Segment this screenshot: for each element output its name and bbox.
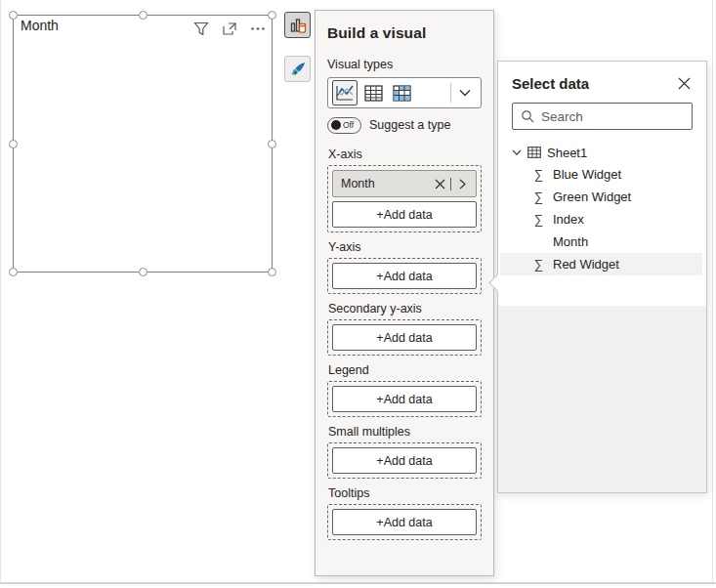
suggest-a-type-row: Off Suggest a type <box>327 116 482 134</box>
field-item-red-widget[interactable]: ∑ Red Widget <box>500 253 702 275</box>
visual-types-expand-chevron-icon[interactable] <box>453 80 477 105</box>
sigma-icon: ∑ <box>531 167 546 182</box>
visual-types-divider <box>450 83 451 103</box>
well-small-multiples: Small multiples +Add data <box>327 425 482 479</box>
resize-handle-bottom-right[interactable] <box>268 268 276 276</box>
field-pill-month[interactable]: Month <box>332 170 477 197</box>
field-name: Green Widget <box>553 189 631 204</box>
x-axis-drop-zone[interactable]: Month +Add data <box>327 165 482 232</box>
search-box[interactable] <box>512 103 693 130</box>
well-label: Small multiples <box>328 425 482 439</box>
tree-node-sheet1[interactable]: Sheet1 <box>512 142 693 163</box>
build-visual-pane-button[interactable] <box>284 12 311 38</box>
suggest-type-label: Suggest a type <box>369 118 450 132</box>
field-name: Blue Widget <box>553 167 621 182</box>
well-tooltips: Tooltips +Add data <box>327 486 482 540</box>
well-x-axis: X-axis Month +Add data <box>327 147 482 232</box>
legend-drop-zone[interactable]: +Add data <box>327 381 482 417</box>
more-options-icon[interactable] <box>250 21 266 36</box>
focus-mode-icon[interactable] <box>222 21 237 36</box>
toggle-state-label: Off <box>343 120 354 130</box>
powerbi-edit-view: Month <box>0 0 716 588</box>
field-item-green-widget[interactable]: ∑ Green Widget <box>500 186 702 208</box>
small-multiples-drop-zone[interactable]: +Add data <box>327 442 482 479</box>
well-secondary-y-axis: Secondary y-axis +Add data <box>327 302 482 356</box>
well-label: Legend <box>328 363 482 377</box>
build-pane-title: Build a visual <box>327 24 482 42</box>
visual-type-line-chart[interactable] <box>332 80 358 105</box>
y-axis-drop-zone[interactable]: +Add data <box>327 258 482 294</box>
secondary-y-axis-drop-zone[interactable]: +Add data <box>327 319 482 356</box>
sigma-icon: ∑ <box>531 189 546 204</box>
well-y-axis: Y-axis +Add data <box>327 240 482 294</box>
format-brush-icon <box>289 61 307 78</box>
filter-icon[interactable] <box>193 21 209 36</box>
resize-handle-bottom-center[interactable] <box>139 268 147 276</box>
resize-handle-middle-left[interactable] <box>9 140 18 148</box>
add-data-button-x-axis[interactable]: +Add data <box>332 201 477 228</box>
well-label: Secondary y-axis <box>328 302 482 315</box>
well-label: X-axis <box>328 147 482 161</box>
add-data-button-tooltips[interactable]: +Add data <box>332 509 477 535</box>
field-name: Month <box>553 234 588 249</box>
add-data-button-small-multiples[interactable]: +Add data <box>332 447 477 474</box>
visual-types-label: Visual types <box>327 58 482 71</box>
resize-handle-top-left[interactable] <box>9 11 18 20</box>
search-icon <box>521 109 534 123</box>
search-input[interactable] <box>541 109 714 124</box>
visual-type-matrix[interactable] <box>389 80 414 105</box>
sigma-icon: ∑ <box>531 212 546 227</box>
add-data-button-legend[interactable]: +Add data <box>332 386 477 412</box>
select-data-content: Select data Sheet1 <box>498 62 706 306</box>
table-icon <box>527 147 541 158</box>
add-data-button-y-axis[interactable]: +Add data <box>332 263 477 289</box>
close-icon[interactable] <box>675 74 693 92</box>
resize-handle-bottom-left[interactable] <box>9 268 18 276</box>
field-item-index[interactable]: ∑ Index <box>500 208 702 231</box>
visual-placeholder[interactable]: Month <box>13 15 273 273</box>
remove-field-icon[interactable] <box>432 176 447 191</box>
build-visual-pane: Build a visual Visual types <box>315 10 494 576</box>
window-right-edge <box>712 0 713 582</box>
format-visual-pane-button[interactable] <box>284 56 311 82</box>
resize-handle-top-center[interactable] <box>139 11 147 20</box>
canvas-bottom-border <box>0 582 716 584</box>
suggest-type-toggle[interactable]: Off <box>327 117 361 134</box>
select-data-empty-area <box>498 306 706 492</box>
select-data-flyout: Select data Sheet1 <box>497 61 707 493</box>
field-options-chevron-icon[interactable] <box>454 176 470 191</box>
build-visual-icon <box>289 17 307 34</box>
tooltips-drop-zone[interactable]: +Add data <box>327 504 482 540</box>
visual-title: Month <box>21 18 59 33</box>
well-legend: Legend +Add data <box>327 363 482 417</box>
field-item-month[interactable]: ∑ Month <box>500 231 702 253</box>
visual-type-table[interactable] <box>360 80 386 105</box>
select-data-title: Select data <box>512 75 589 92</box>
visual-types-gallery <box>327 77 482 108</box>
resize-handle-middle-right[interactable] <box>268 140 276 148</box>
sigma-icon: ∑ <box>531 257 546 272</box>
field-name: Index <box>553 212 584 227</box>
select-data-header: Select data <box>512 73 693 93</box>
chevron-down-icon[interactable] <box>512 149 522 156</box>
resize-handle-top-right[interactable] <box>268 11 276 20</box>
visual-header-toolbar <box>193 21 266 36</box>
canvas-left-edge <box>0 0 1 582</box>
field-item-blue-widget[interactable]: ∑ Blue Widget <box>500 163 702 186</box>
pill-divider <box>450 178 451 190</box>
field-name: Red Widget <box>553 257 619 272</box>
add-data-button-secondary-y-axis[interactable]: +Add data <box>332 324 477 351</box>
well-label: Tooltips <box>328 486 482 500</box>
table-name: Sheet1 <box>547 146 587 160</box>
field-pill-label: Month <box>341 177 432 190</box>
well-label: Y-axis <box>328 240 482 254</box>
toggle-knob <box>331 120 341 130</box>
